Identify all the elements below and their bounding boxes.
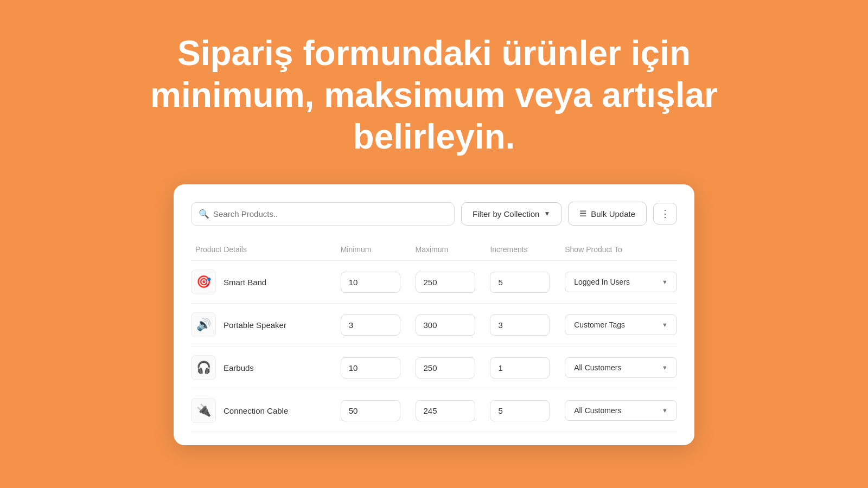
table-header: Product Details Minimum Maximum Incremen… <box>191 241 677 261</box>
show-select-0[interactable]: Logged In Users ▼ <box>565 272 677 292</box>
increments-input-0[interactable] <box>490 272 550 293</box>
col-maximum: Maximum <box>416 245 490 254</box>
max-input-0[interactable] <box>416 272 475 293</box>
show-value-2: All Customers <box>574 363 621 372</box>
product-emoji-3: 🔌 <box>196 403 211 418</box>
filter-label: Filter by Collection <box>473 209 539 219</box>
min-input-0[interactable] <box>341 272 400 293</box>
bulk-icon: ☰ <box>579 209 586 219</box>
show-chevron-icon-2: ▼ <box>662 364 668 371</box>
show-value-0: Logged In Users <box>574 278 630 286</box>
show-select-2[interactable]: All Customers ▼ <box>565 357 677 378</box>
min-cell-0 <box>341 272 416 293</box>
min-input-2[interactable] <box>341 357 400 378</box>
col-minimum: Minimum <box>341 245 416 254</box>
product-image-1: 🔊 <box>191 312 216 337</box>
more-icon: ⋮ <box>660 209 670 219</box>
max-input-2[interactable] <box>416 357 475 378</box>
increments-cell-2 <box>490 357 565 378</box>
bulk-label: Bulk Update <box>591 209 635 219</box>
product-name-2: Earbuds <box>224 363 254 373</box>
hero-title: Sipariş formundaki ürünler için minimum,… <box>0 0 868 184</box>
table-row: 🔌 Connection Cable All Customers ▼ <box>191 389 677 432</box>
show-select-1[interactable]: Customer Tags ▼ <box>565 314 677 335</box>
max-cell-2 <box>416 357 490 378</box>
toolbar: 🔍 Filter by Collection ▼ ☰ Bulk Update ⋮ <box>191 202 677 226</box>
product-image-0: 🎯 <box>191 269 216 294</box>
max-cell-3 <box>416 400 490 421</box>
max-input-1[interactable] <box>416 314 475 336</box>
increments-input-3[interactable] <box>490 400 550 421</box>
product-details-2: 🎧 Earbuds <box>191 355 341 380</box>
main-card: 🔍 Filter by Collection ▼ ☰ Bulk Update ⋮… <box>174 184 694 445</box>
increments-cell-0 <box>490 272 565 293</box>
col-increments: Increments <box>490 245 565 254</box>
show-chevron-icon-1: ▼ <box>662 322 668 328</box>
filter-by-collection-button[interactable]: Filter by Collection ▼ <box>461 202 561 226</box>
show-chevron-icon-0: ▼ <box>662 279 668 285</box>
table-row: 🎯 Smart Band Logged In Users ▼ <box>191 261 677 304</box>
product-details-0: 🎯 Smart Band <box>191 269 341 294</box>
increments-cell-1 <box>490 314 565 336</box>
min-input-1[interactable] <box>341 314 400 336</box>
show-cell-0: Logged In Users ▼ <box>565 272 677 292</box>
product-emoji-1: 🔊 <box>196 318 211 332</box>
product-image-3: 🔌 <box>191 398 216 423</box>
show-select-3[interactable]: All Customers ▼ <box>565 400 677 421</box>
increments-cell-3 <box>490 400 565 421</box>
increments-input-1[interactable] <box>490 314 550 336</box>
product-name-1: Portable Speaker <box>224 320 286 330</box>
table-body: 🎯 Smart Band Logged In Users ▼ 🔊 Portabl… <box>191 261 677 432</box>
min-cell-1 <box>341 314 416 336</box>
search-wrapper: 🔍 <box>191 202 455 226</box>
filter-chevron-icon: ▼ <box>544 210 550 217</box>
col-show: Show Product To <box>565 245 677 254</box>
product-details-1: 🔊 Portable Speaker <box>191 312 341 337</box>
table-row: 🎧 Earbuds All Customers ▼ <box>191 346 677 389</box>
col-product: Product Details <box>191 245 341 254</box>
show-value-3: All Customers <box>574 406 621 415</box>
max-cell-1 <box>416 314 490 336</box>
more-options-button[interactable]: ⋮ <box>653 203 677 224</box>
product-name-3: Connection Cable <box>224 406 288 415</box>
bulk-update-button[interactable]: ☰ Bulk Update <box>568 202 647 226</box>
product-details-3: 🔌 Connection Cable <box>191 398 341 423</box>
product-name-0: Smart Band <box>224 278 266 287</box>
show-chevron-icon-3: ▼ <box>662 407 668 414</box>
search-input[interactable] <box>191 202 455 226</box>
min-cell-3 <box>341 400 416 421</box>
increments-input-2[interactable] <box>490 357 550 378</box>
show-value-1: Customer Tags <box>574 320 625 329</box>
product-image-2: 🎧 <box>191 355 216 380</box>
search-icon: 🔍 <box>199 209 209 219</box>
max-cell-0 <box>416 272 490 293</box>
show-cell-3: All Customers ▼ <box>565 400 677 421</box>
product-emoji-2: 🎧 <box>196 361 211 375</box>
show-cell-2: All Customers ▼ <box>565 357 677 378</box>
product-emoji-0: 🎯 <box>196 275 211 289</box>
show-cell-1: Customer Tags ▼ <box>565 314 677 335</box>
max-input-3[interactable] <box>416 400 475 421</box>
min-cell-2 <box>341 357 416 378</box>
min-input-3[interactable] <box>341 400 400 421</box>
table-row: 🔊 Portable Speaker Customer Tags ▼ <box>191 304 677 346</box>
